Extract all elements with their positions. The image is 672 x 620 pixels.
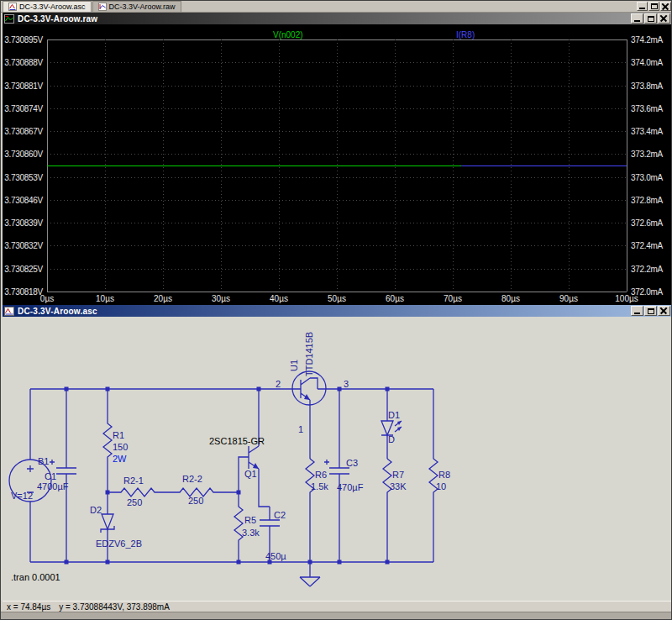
- maximize-icon: [648, 16, 654, 22]
- x-axis-label: 40µs: [270, 294, 288, 303]
- schematic-maximize-button[interactable]: [644, 306, 657, 316]
- schematic-canvas[interactable]: B1 V=12 C1 4700µF R1 150 2W D2 EDZV6_2B …: [1, 317, 672, 601]
- ltspice-app-window: DC-3.3V-Aroow.asc DC-3.3V-Aroow.raw DC-3…: [0, 0, 672, 620]
- d2-name: D2: [90, 505, 102, 515]
- tab-schematic[interactable]: DC-3.3V-Aroow.asc: [3, 1, 92, 12]
- cursor-y-readout: y = 3.73088443V, 373.898mA: [59, 602, 170, 612]
- waveform-window-icon: [4, 14, 14, 24]
- c2-value: 450µ: [265, 551, 286, 561]
- close-icon: [660, 307, 668, 314]
- status-bar: x = 74.84µs y = 3.73088443V, 373.898mA: [3, 601, 671, 612]
- tab-label: DC-3.3V-Aroow.asc: [19, 3, 86, 11]
- d1-value: D: [388, 434, 395, 444]
- waveform-window-controls: [631, 13, 670, 24]
- minimize-icon: [634, 313, 640, 314]
- maximize-icon: [648, 308, 654, 314]
- r7-name: R7: [392, 470, 404, 480]
- tab-label: DC-3.3V-Aroow.raw: [109, 3, 176, 11]
- minimize-icon: [639, 8, 645, 9]
- waveform-window-titlebar[interactable]: DC-3.3V-Aroow.raw: [3, 13, 671, 24]
- r6-value: 1.5k: [311, 481, 328, 491]
- b1-value: V=12: [11, 491, 33, 501]
- x-axis-label: 0µs: [40, 294, 54, 303]
- minimize-icon: [634, 20, 640, 22]
- bottom-strip: [1, 612, 672, 620]
- u1-pin3: 3: [344, 379, 349, 389]
- schematic-window-icon: [4, 307, 14, 316]
- x-axis-label: 70µs: [444, 294, 462, 303]
- r2b-name: R2-2: [182, 474, 202, 484]
- schematic-background: [1, 317, 672, 601]
- r5-value: 3.3k: [242, 528, 260, 538]
- c3-name: C3: [346, 458, 358, 468]
- c1-value: 4700µF: [37, 481, 69, 491]
- q1-name: Q1: [244, 469, 257, 479]
- close-icon: [662, 3, 669, 10]
- waveform-minimize-button[interactable]: [631, 13, 643, 24]
- d1-name: D1: [388, 410, 400, 420]
- waveform-file-icon: [98, 3, 107, 11]
- schematic-window-title: DC-3.3V-Aroow.asc: [18, 307, 97, 316]
- waveform-maximize-button[interactable]: [644, 13, 657, 24]
- schematic-close-button[interactable]: [658, 306, 670, 316]
- r7-value: 33K: [390, 481, 407, 491]
- x-axis-label: 30µs: [212, 294, 230, 303]
- c2-name: C2: [274, 510, 286, 520]
- u1-pin1: 1: [298, 424, 303, 434]
- r1-value: 150: [113, 442, 128, 452]
- r5-name: R5: [244, 515, 256, 525]
- c3-value: 470µF: [337, 482, 364, 492]
- app-window-controls: [637, 2, 671, 12]
- q1-model: 2SC1815-GR: [209, 436, 265, 446]
- x-axis-label: 100µs: [615, 294, 638, 303]
- b1-name: B1: [38, 456, 49, 466]
- tab-waveform[interactable]: DC-3.3V-Aroow.raw: [92, 1, 181, 12]
- d2-value: EDZV6_2B: [96, 539, 142, 549]
- window-tab-strip: DC-3.3V-Aroow.asc DC-3.3V-Aroow.raw: [1, 1, 672, 13]
- u1-pin2: 2: [276, 379, 281, 389]
- r2b-value: 250: [188, 496, 203, 506]
- close-button[interactable]: [660, 2, 671, 11]
- minimize-button[interactable]: [637, 2, 648, 11]
- r2a-value: 250: [127, 497, 142, 507]
- schematic-file-icon: [8, 3, 17, 11]
- maximize-icon: [651, 3, 658, 9]
- x-axis-labels: 0µs10µs20µs30µs40µs50µs60µs70µs80µs90µs1…: [3, 24, 671, 305]
- c1-name: C1: [45, 471, 56, 481]
- r1-name: R1: [113, 430, 124, 440]
- r8-value: 10: [436, 481, 446, 491]
- r2a-name: R2-1: [123, 476, 144, 486]
- r1-power-comment: 2W: [113, 454, 127, 464]
- spice-directive: .tran 0.0001: [11, 572, 60, 582]
- x-axis-label: 60µs: [386, 294, 404, 303]
- waveform-window-title: DC-3.3V-Aroow.raw: [18, 14, 97, 24]
- r6-name: R6: [315, 470, 327, 480]
- x-axis-label: 80µs: [501, 294, 520, 303]
- r8-name: R8: [438, 470, 450, 480]
- x-axis-label: 90µs: [559, 294, 578, 303]
- schematic-window-titlebar[interactable]: DC-3.3V-Aroow.asc: [3, 305, 671, 317]
- u1-name: U1: [289, 360, 299, 371]
- cursor-x-readout: x = 74.84µs: [7, 602, 50, 612]
- waveform-close-button[interactable]: [658, 13, 670, 24]
- x-axis-label: 10µs: [96, 294, 114, 303]
- close-icon: [660, 15, 668, 22]
- maximize-button[interactable]: [648, 2, 659, 11]
- waveform-plot-pane[interactable]: V(n002) I(R8) 3.730895V3.730888V3.730881…: [3, 24, 671, 305]
- schematic-window-controls: [631, 306, 670, 316]
- schematic-minimize-button[interactable]: [631, 306, 643, 316]
- u1-value: TTD1415B: [304, 332, 314, 376]
- x-axis-label: 50µs: [328, 294, 346, 303]
- x-axis-label: 20µs: [154, 294, 172, 303]
